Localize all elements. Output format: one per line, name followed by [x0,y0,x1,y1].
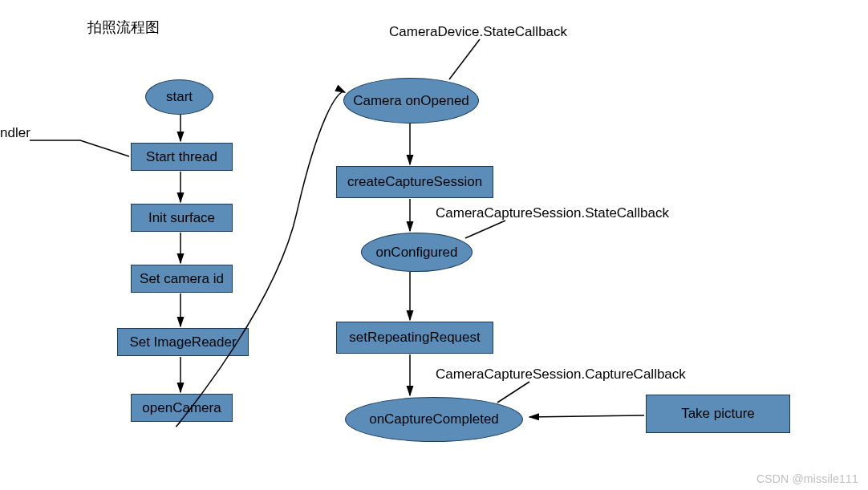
node-on-capture-completed: onCaptureCompleted [345,397,523,442]
svg-line-11 [497,382,529,403]
svg-line-9 [449,39,480,79]
watermark: CSDN @missile111 [756,472,858,485]
node-label: Init surface [148,210,215,226]
svg-line-10 [465,221,505,238]
node-label: Take picture [681,406,755,422]
node-open-camera: openCamera [131,394,233,422]
node-set-camera-id: Set camera id [131,265,233,293]
node-set-image-reader: Set ImageReader [117,328,249,356]
page-title: 拍照流程图 [87,18,160,37]
node-start-thread: Start thread [131,143,233,171]
node-set-repeating-request: setRepeatingRequest [336,322,493,354]
annot-device-state-callback: CameraDevice.StateCallback [389,24,567,40]
flowchart-canvas: 拍照流程图 ndler start Start thread Init surf… [0,0,868,490]
node-label: setRepeatingRequest [349,330,481,346]
node-start: start [145,79,213,115]
node-label: openCamera [142,400,221,416]
node-camera-on-opened: Camera onOpened [343,78,479,124]
node-create-capture-session: createCaptureSession [336,166,493,198]
node-take-picture: Take picture [646,395,790,433]
svg-line-12 [529,415,644,417]
node-label: Set camera id [140,271,224,287]
annot-capture-callback: CameraCaptureSession.CaptureCallback [436,366,686,383]
node-label: Start thread [146,149,217,165]
node-label: onCaptureCompleted [369,411,499,427]
node-label: onConfigured [375,245,457,261]
node-label: Camera onOpened [353,93,469,109]
node-init-surface: Init surface [131,204,233,232]
node-on-configured: onConfigured [361,233,473,272]
node-label: start [166,89,193,105]
node-label: createCaptureSession [347,174,482,190]
annot-session-state-callback: CameraCaptureSession.StateCallback [436,205,669,221]
node-label: Set ImageReader [129,334,236,350]
side-label-ndler: ndler [0,125,30,141]
